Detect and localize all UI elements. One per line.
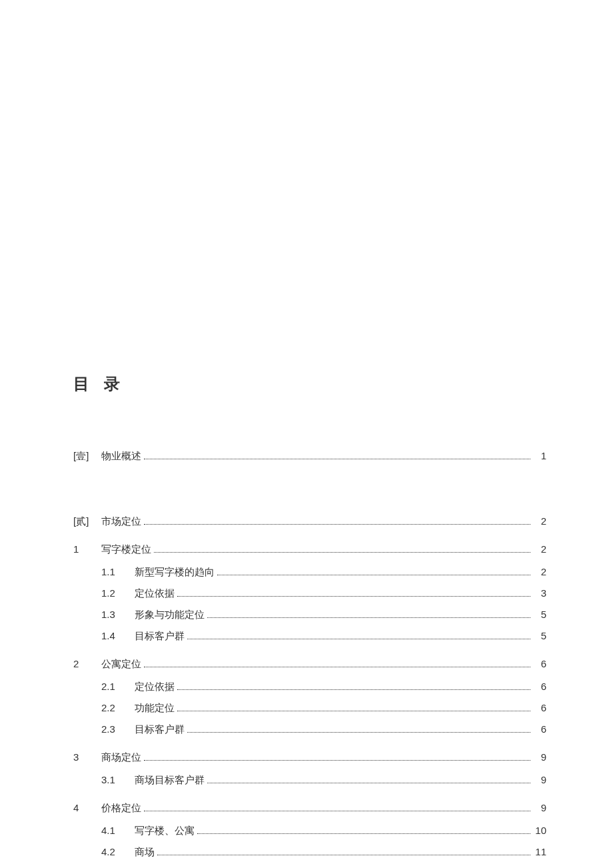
toc-page-number: 3 [533,585,546,601]
toc-entry: [贰]市场定位2 [73,513,546,529]
toc-leader-dots [177,596,530,597]
toc-subnumber: 1.4 [101,628,135,644]
toc-page-number: 9 [533,772,546,788]
toc-marker: 3 [73,749,101,765]
toc-label: 写字楼、公寓 [135,823,195,839]
toc-page-number: 5 [533,628,546,644]
toc-entry: 4.1写字楼、公寓10 [101,823,546,839]
toc-label: 目标客户群 [135,628,185,644]
toc-label: 目标客户群 [135,721,185,737]
toc-entry: 2.1定位依据6 [101,679,546,695]
toc-label: 公寓定位 [101,656,141,672]
document-page: 目 录 [壹]物业概述1[贰]市场定位21写字楼定位21.1新型写字楼的趋向21… [0,0,613,868]
toc-entry: 3.1商场目标客户群9 [101,772,546,788]
toc-subnumber: 1.2 [101,585,135,601]
toc-subnumber: 4.2 [101,844,135,860]
toc-page-number: 6 [533,721,546,737]
toc-entry: 1写字楼定位2 [73,541,546,557]
toc-subnumber: 2.1 [101,679,135,695]
toc-leader-dots [217,575,530,575]
toc-leader-dots [144,667,530,667]
toc-entry: 4价格定位9 [73,800,546,816]
toc-leader-dots [187,639,530,639]
toc-leader-dots [177,711,530,711]
toc-title: 目 录 [73,373,546,395]
toc-entry: 4.2商场11 [101,844,546,860]
toc-leader-dots [197,833,530,834]
toc-page-number: 2 [533,541,546,557]
section-gap [73,472,546,493]
toc-page-number: 9 [533,800,546,816]
toc-subnumber: 2.2 [101,700,135,716]
toc-leader-dots [144,459,530,459]
toc-label: 商场定位 [101,749,141,765]
toc-page-number: 11 [533,844,546,860]
toc-page-number: 6 [533,700,546,716]
toc-page-number: 6 [533,656,546,672]
toc-marker: 2 [73,656,101,672]
toc-entry: 2.3目标客户群6 [101,721,546,737]
toc-label: 功能定位 [135,700,175,716]
toc-subnumber: 2.3 [101,721,135,737]
toc-label: 商场 [135,844,155,860]
toc-leader-dots [154,552,530,553]
toc-entry: 2公寓定位6 [73,656,546,672]
toc-leader-dots [207,617,530,618]
toc-label: 物业概述 [101,448,141,464]
toc-marker: 1 [73,541,101,557]
toc-label: 新型写字楼的趋向 [135,564,215,580]
toc-page-number: 10 [533,823,546,839]
toc-label: 市场定位 [101,513,141,529]
toc-page-number: 9 [533,749,546,765]
toc-label: 形象与功能定位 [135,607,205,623]
toc-entry: [壹]物业概述1 [73,448,546,464]
toc-label: 商场目标客户群 [135,772,205,788]
table-of-contents: [壹]物业概述1[贰]市场定位21写字楼定位21.1新型写字楼的趋向21.2定位… [73,448,546,868]
toc-leader-dots [187,732,530,733]
toc-leader-dots [207,783,530,783]
toc-marker: [贰] [73,513,101,529]
toc-entry: 2.2功能定位6 [101,700,546,716]
toc-leader-dots [144,811,530,811]
toc-label: 定位依据 [135,679,175,695]
toc-label: 写字楼定位 [101,541,151,557]
toc-leader-dots [144,524,530,525]
toc-entry: 1.2定位依据3 [101,585,546,601]
toc-leader-dots [157,855,530,855]
toc-leader-dots [177,689,530,690]
toc-page-number: 6 [533,679,546,695]
toc-marker: [壹] [73,448,101,464]
toc-page-number: 1 [533,448,546,464]
section-gap [73,865,546,868]
toc-subnumber: 3.1 [101,772,135,788]
toc-page-number: 2 [533,513,546,529]
toc-label: 定位依据 [135,585,175,601]
toc-page-number: 5 [533,607,546,623]
toc-page-number: 2 [533,564,546,580]
toc-label: 价格定位 [101,800,141,816]
toc-subnumber: 1.1 [101,564,135,580]
toc-marker: 4 [73,800,101,816]
toc-entry: 1.3形象与功能定位5 [101,607,546,623]
toc-subnumber: 1.3 [101,607,135,623]
toc-leader-dots [144,760,530,761]
toc-entry: 3商场定位9 [73,749,546,765]
toc-entry: 1.4目标客户群5 [101,628,546,644]
toc-entry: 1.1新型写字楼的趋向2 [101,564,546,580]
toc-subnumber: 4.1 [101,823,135,839]
